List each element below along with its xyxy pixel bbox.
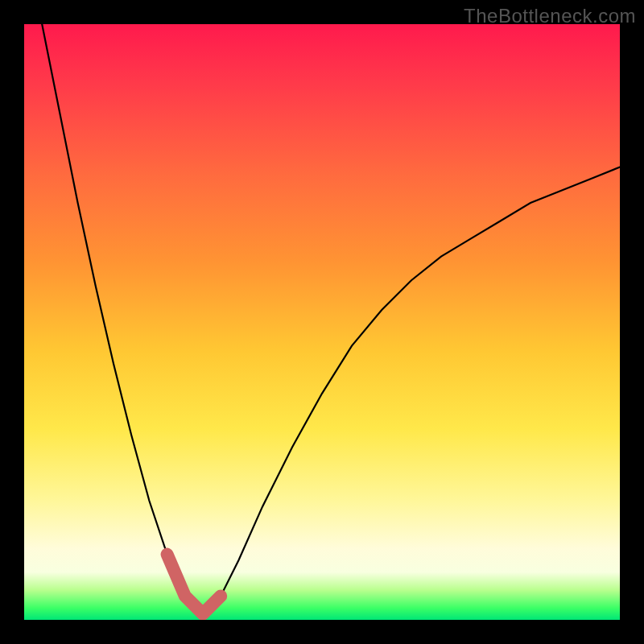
chart-frame: TheBottleneck.com: [0, 0, 644, 644]
bottleneck-curve-path: [42, 24, 620, 614]
curve-layer: [24, 24, 620, 620]
highlight-v-marker: [167, 555, 221, 614]
chart-area: [24, 24, 620, 620]
